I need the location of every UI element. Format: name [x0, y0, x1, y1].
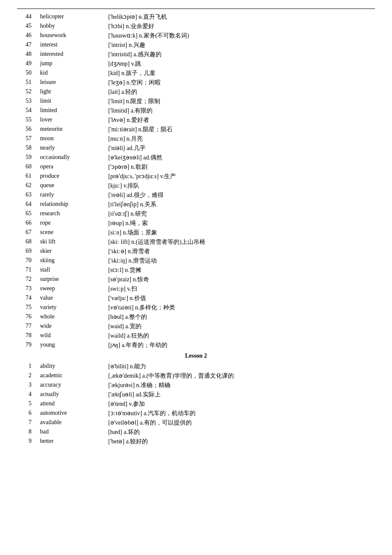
table-row: 77 wide [waid] a.宽的: [17, 322, 375, 331]
table-row: 45 hobby ['hɔbi] n.业余爱好: [17, 22, 375, 31]
row-word: bad: [38, 428, 107, 437]
row-word: young: [38, 341, 107, 350]
row-word: value: [38, 294, 107, 303]
row-word: kid: [38, 69, 107, 78]
row-def: ['niəli] ad.几乎: [107, 144, 375, 153]
row-word: scene: [38, 228, 107, 237]
row-def: ['intrist] n.兴趣: [107, 40, 375, 50]
row-num: 48: [17, 50, 38, 59]
row-num: 50: [17, 69, 38, 78]
row-num: 79: [17, 341, 38, 350]
row-num: 56: [17, 125, 38, 134]
row-def: ['æktʃuəli] ad.实际上: [107, 390, 375, 399]
row-def: [kjuː] v.排队: [107, 181, 375, 191]
row-def: [stɔːl] n.货摊: [107, 266, 375, 275]
table-row: 62 queue [kjuː] v.排队: [17, 181, 375, 191]
row-def: [lait] a.轻的: [107, 87, 375, 97]
vocabulary-table: 44 helicopter ['helikɔptə] n.直升飞机 45 hob…: [17, 12, 375, 446]
row-def: [ə'tend] v.参加: [107, 399, 375, 409]
table-row: 78 wild [waild] a.狂热的: [17, 331, 375, 341]
row-def: [waild] a.狂热的: [107, 331, 375, 341]
table-row: 56 meteorite ['miːtiərait] n.陨星；陨石: [17, 125, 375, 134]
row-word: opera: [38, 162, 107, 172]
row-num: 53: [17, 97, 38, 106]
row-word: attend: [38, 399, 107, 409]
table-row: 4 actually ['æktʃuəli] ad.实际上: [17, 390, 375, 399]
row-num: 52: [17, 87, 38, 97]
row-word: lover: [38, 116, 107, 125]
row-num: 77: [17, 322, 38, 331]
table-row: 54 limited ['limitid] a.有限的: [17, 106, 375, 116]
row-num: 44: [17, 12, 38, 22]
row-num: 6: [17, 409, 38, 418]
row-word: variety: [38, 303, 107, 312]
row-word: skier: [38, 247, 107, 256]
table-row: 2 academic [ˌækə'demik] a.(中等教育)学理的，普通文化…: [17, 371, 375, 381]
row-def: ['intristid] a.感兴趣的: [107, 50, 375, 59]
row-num: 57: [17, 134, 38, 144]
row-word: ski lift: [38, 237, 107, 247]
row-word: research: [38, 209, 107, 219]
row-num: 74: [17, 294, 38, 303]
row-word: jump: [38, 59, 107, 69]
table-row: 1 ability [ə'biliti] n.能力: [17, 362, 375, 371]
row-def: ['limitid] a.有限的: [107, 106, 375, 116]
row-def: ['ɔpərə] n.歌剧: [107, 162, 375, 172]
row-word: skiing: [38, 256, 107, 266]
row-num: 9: [17, 437, 38, 446]
row-num: 54: [17, 106, 38, 116]
row-num: 67: [17, 228, 38, 237]
row-def: ['vælju:] n.价值: [107, 294, 375, 303]
row-def: [rəup] n.绳，索: [107, 219, 375, 228]
row-word: wild: [38, 331, 107, 341]
row-num: 2: [17, 371, 38, 381]
row-word: limit: [38, 97, 107, 106]
row-num: 61: [17, 172, 38, 181]
table-row: 64 relationship [ri'leiʃənʃip] n.关系: [17, 200, 375, 209]
row-num: 3: [17, 381, 38, 390]
row-num: 70: [17, 256, 38, 266]
table-row: 75 variety [və'raiəti] n.多样化；种类: [17, 303, 375, 312]
row-def: [kid] n.孩子，儿童: [107, 69, 375, 78]
row-word: interested: [38, 50, 107, 59]
row-num: 66: [17, 219, 38, 228]
row-word: meteorite: [38, 125, 107, 134]
table-row: 6 automotive [ɔːtə'məutiv] a.汽车的，机动车的: [17, 409, 375, 418]
row-def: [ə'veiləbəl] a.有的，可以提供的: [107, 418, 375, 428]
table-row: 69 skier ['skiːə] n.滑雪者: [17, 247, 375, 256]
table-row: 3 accuracy ['ækjurəsi] n.准确；精确: [17, 381, 375, 390]
row-def: [ɔːtə'məutiv] a.汽车的，机动车的: [107, 409, 375, 418]
row-num: 51: [17, 78, 38, 87]
row-word: better: [38, 437, 107, 446]
row-word: moon: [38, 134, 107, 144]
row-num: 58: [17, 144, 38, 153]
row-word: accuracy: [38, 381, 107, 390]
row-word: relationship: [38, 200, 107, 209]
table-row: 60 opera ['ɔpərə] n.歌剧: [17, 162, 375, 172]
table-row: 55 lover ['lʌvə] n.爱好者: [17, 116, 375, 125]
row-word: sweep: [38, 284, 107, 294]
table-row: 72 surprise [sə'praiz] n.惊奇: [17, 275, 375, 284]
row-def: ['skiːə] n.滑雪者: [107, 247, 375, 256]
row-def: [jʌŋ] a.年青的；年幼的: [107, 341, 375, 350]
table-row: 57 moon [muːn] n.月亮: [17, 134, 375, 144]
table-row: 58 nearly ['niəli] ad.几乎: [17, 144, 375, 153]
table-row: 7 available [ə'veiləbəl] a.有的，可以提供的: [17, 418, 375, 428]
row-word: actually: [38, 390, 107, 399]
lesson2-header: Lesson 2: [17, 350, 375, 362]
table-row: 5 attend [ə'tend] v.参加: [17, 399, 375, 409]
row-def: [skiː lift] n.(运送滑雪者等的)上山吊椅: [107, 237, 375, 247]
row-num: 1: [17, 362, 38, 371]
row-def: [ri'sɑːtʃ] n.研究: [107, 209, 375, 219]
row-num: 55: [17, 116, 38, 125]
row-num: 62: [17, 181, 38, 191]
row-word: nearly: [38, 144, 107, 153]
row-word: rope: [38, 219, 107, 228]
row-word: leisure: [38, 78, 107, 87]
row-num: 59: [17, 153, 38, 162]
row-word: whole: [38, 312, 107, 322]
table-row: 59 occasionally [ə'keiʒənəli] ad.偶然: [17, 153, 375, 162]
row-num: 8: [17, 428, 38, 437]
row-def: [muːn] n.月亮: [107, 134, 375, 144]
row-def: [ə'biliti] n.能力: [107, 362, 375, 371]
